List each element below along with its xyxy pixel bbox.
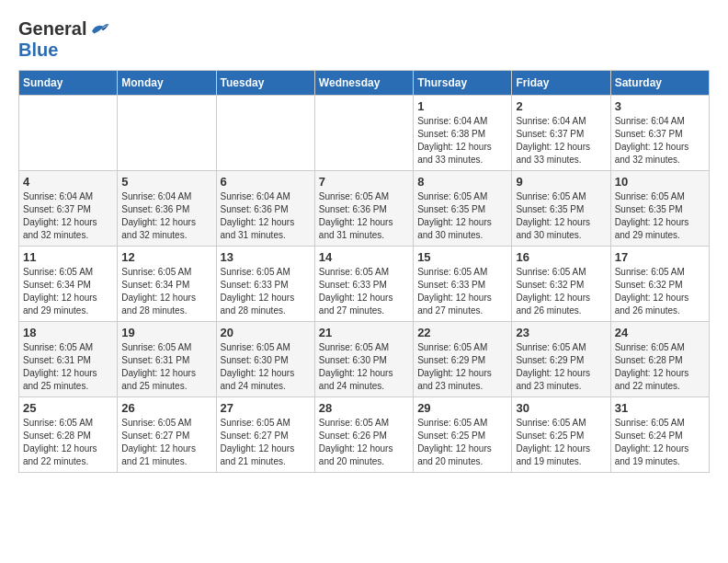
week-row-2: 4Sunrise: 6:04 AM Sunset: 6:37 PM Daylig…	[19, 171, 710, 247]
day-number: 1	[417, 99, 507, 113]
day-info: Sunrise: 6:04 AM Sunset: 6:36 PM Dayligh…	[221, 190, 311, 242]
day-number: 29	[417, 401, 507, 415]
day-number: 13	[221, 250, 311, 264]
day-cell: 29Sunrise: 6:05 AM Sunset: 6:25 PM Dayli…	[414, 397, 512, 473]
day-cell: 17Sunrise: 6:05 AM Sunset: 6:32 PM Dayli…	[610, 247, 709, 322]
day-number: 16	[516, 250, 606, 264]
day-cell: 12Sunrise: 6:05 AM Sunset: 6:34 PM Dayli…	[118, 247, 216, 322]
day-number: 31	[615, 401, 705, 415]
day-info: Sunrise: 6:05 AM Sunset: 6:35 PM Dayligh…	[516, 190, 606, 242]
day-cell: 3Sunrise: 6:04 AM Sunset: 6:37 PM Daylig…	[610, 96, 709, 171]
day-info: Sunrise: 6:04 AM Sunset: 6:36 PM Dayligh…	[121, 190, 211, 242]
day-number: 3	[615, 99, 705, 113]
logo-general-text: General	[18, 18, 110, 40]
day-info: Sunrise: 6:04 AM Sunset: 6:37 PM Dayligh…	[23, 190, 113, 242]
day-cell: 18Sunrise: 6:05 AM Sunset: 6:31 PM Dayli…	[19, 322, 118, 397]
day-info: Sunrise: 6:05 AM Sunset: 6:29 PM Dayligh…	[417, 341, 507, 393]
day-number: 25	[23, 401, 113, 415]
day-cell: 8Sunrise: 6:05 AM Sunset: 6:35 PM Daylig…	[414, 171, 512, 247]
day-number: 7	[319, 175, 409, 189]
day-cell: 31Sunrise: 6:05 AM Sunset: 6:24 PM Dayli…	[610, 397, 709, 473]
day-cell: 14Sunrise: 6:05 AM Sunset: 6:33 PM Dayli…	[314, 247, 413, 322]
day-cell	[216, 96, 314, 171]
day-cell: 21Sunrise: 6:05 AM Sunset: 6:30 PM Dayli…	[314, 322, 413, 397]
day-cell: 28Sunrise: 6:05 AM Sunset: 6:26 PM Dayli…	[314, 397, 413, 473]
page: General Blue SundayMondayTuesdayWednesda…	[0, 0, 728, 482]
day-info: Sunrise: 6:05 AM Sunset: 6:31 PM Dayligh…	[121, 341, 211, 393]
day-info: Sunrise: 6:05 AM Sunset: 6:32 PM Dayligh…	[516, 266, 606, 317]
header: General Blue	[18, 18, 710, 61]
day-info: Sunrise: 6:05 AM Sunset: 6:30 PM Dayligh…	[221, 341, 311, 393]
day-cell: 16Sunrise: 6:05 AM Sunset: 6:32 PM Dayli…	[512, 247, 610, 322]
day-info: Sunrise: 6:05 AM Sunset: 6:28 PM Dayligh…	[615, 341, 705, 393]
day-info: Sunrise: 6:05 AM Sunset: 6:34 PM Dayligh…	[121, 266, 211, 317]
day-cell: 7Sunrise: 6:05 AM Sunset: 6:36 PM Daylig…	[314, 171, 413, 247]
day-number: 14	[319, 250, 409, 264]
day-number: 21	[319, 326, 409, 339]
week-row-5: 25Sunrise: 6:05 AM Sunset: 6:28 PM Dayli…	[19, 397, 710, 473]
logo-bird-icon	[88, 20, 110, 39]
week-row-4: 18Sunrise: 6:05 AM Sunset: 6:31 PM Dayli…	[19, 322, 710, 397]
day-number: 26	[121, 401, 211, 415]
day-info: Sunrise: 6:05 AM Sunset: 6:36 PM Dayligh…	[319, 190, 409, 242]
day-number: 8	[417, 175, 507, 189]
day-number: 27	[221, 401, 311, 415]
day-cell: 24Sunrise: 6:05 AM Sunset: 6:28 PM Dayli…	[610, 322, 709, 397]
day-info: Sunrise: 6:04 AM Sunset: 6:37 PM Dayligh…	[615, 115, 705, 167]
day-number: 11	[23, 250, 113, 264]
week-row-1: 1Sunrise: 6:04 AM Sunset: 6:38 PM Daylig…	[19, 96, 710, 171]
week-row-3: 11Sunrise: 6:05 AM Sunset: 6:34 PM Dayli…	[19, 247, 710, 322]
day-info: Sunrise: 6:05 AM Sunset: 6:35 PM Dayligh…	[615, 190, 705, 242]
day-cell	[19, 96, 118, 171]
day-info: Sunrise: 6:05 AM Sunset: 6:28 PM Dayligh…	[23, 417, 113, 468]
day-number: 28	[319, 401, 409, 415]
day-number: 22	[417, 326, 507, 339]
day-info: Sunrise: 6:05 AM Sunset: 6:30 PM Dayligh…	[319, 341, 409, 393]
day-cell: 20Sunrise: 6:05 AM Sunset: 6:30 PM Dayli…	[216, 322, 314, 397]
day-number: 19	[121, 326, 211, 339]
day-info: Sunrise: 6:05 AM Sunset: 6:32 PM Dayligh…	[615, 266, 705, 317]
day-number: 15	[417, 250, 507, 264]
day-info: Sunrise: 6:04 AM Sunset: 6:38 PM Dayligh…	[417, 115, 507, 167]
day-number: 9	[516, 175, 606, 189]
weekday-header-sunday: Sunday	[19, 71, 118, 96]
day-cell: 23Sunrise: 6:05 AM Sunset: 6:29 PM Dayli…	[512, 322, 610, 397]
day-info: Sunrise: 6:05 AM Sunset: 6:33 PM Dayligh…	[417, 266, 507, 317]
day-number: 12	[121, 250, 211, 264]
day-cell: 30Sunrise: 6:05 AM Sunset: 6:25 PM Dayli…	[512, 397, 610, 473]
day-number: 18	[23, 326, 113, 339]
day-cell: 1Sunrise: 6:04 AM Sunset: 6:38 PM Daylig…	[414, 96, 512, 171]
day-cell: 5Sunrise: 6:04 AM Sunset: 6:36 PM Daylig…	[118, 171, 216, 247]
day-cell: 22Sunrise: 6:05 AM Sunset: 6:29 PM Dayli…	[414, 322, 512, 397]
day-cell	[314, 96, 413, 171]
day-cell: 9Sunrise: 6:05 AM Sunset: 6:35 PM Daylig…	[512, 171, 610, 247]
day-number: 4	[23, 175, 113, 189]
day-info: Sunrise: 6:05 AM Sunset: 6:31 PM Dayligh…	[23, 341, 113, 393]
day-number: 2	[516, 99, 606, 113]
day-cell: 26Sunrise: 6:05 AM Sunset: 6:27 PM Dayli…	[118, 397, 216, 473]
weekday-header-row: SundayMondayTuesdayWednesdayThursdayFrid…	[19, 71, 710, 96]
day-cell: 6Sunrise: 6:04 AM Sunset: 6:36 PM Daylig…	[216, 171, 314, 247]
day-cell: 4Sunrise: 6:04 AM Sunset: 6:37 PM Daylig…	[19, 171, 118, 247]
day-cell	[118, 96, 216, 171]
day-info: Sunrise: 6:05 AM Sunset: 6:34 PM Dayligh…	[23, 266, 113, 317]
day-number: 10	[615, 175, 705, 189]
day-info: Sunrise: 6:05 AM Sunset: 6:29 PM Dayligh…	[516, 341, 606, 393]
day-info: Sunrise: 6:05 AM Sunset: 6:24 PM Dayligh…	[615, 417, 705, 468]
day-info: Sunrise: 6:05 AM Sunset: 6:35 PM Dayligh…	[417, 190, 507, 242]
day-info: Sunrise: 6:05 AM Sunset: 6:26 PM Dayligh…	[319, 417, 409, 468]
day-info: Sunrise: 6:05 AM Sunset: 6:27 PM Dayligh…	[121, 417, 211, 468]
weekday-header-wednesday: Wednesday	[314, 71, 413, 96]
weekday-header-monday: Monday	[118, 71, 216, 96]
day-number: 17	[615, 250, 705, 264]
logo-general: General	[18, 18, 86, 40]
weekday-header-thursday: Thursday	[414, 71, 512, 96]
day-info: Sunrise: 6:05 AM Sunset: 6:33 PM Dayligh…	[319, 266, 409, 317]
calendar-table: SundayMondayTuesdayWednesdayThursdayFrid…	[18, 70, 710, 473]
day-cell: 27Sunrise: 6:05 AM Sunset: 6:27 PM Dayli…	[216, 397, 314, 473]
weekday-header-tuesday: Tuesday	[216, 71, 314, 96]
day-info: Sunrise: 6:05 AM Sunset: 6:25 PM Dayligh…	[417, 417, 507, 468]
day-cell: 10Sunrise: 6:05 AM Sunset: 6:35 PM Dayli…	[610, 171, 709, 247]
day-number: 20	[221, 326, 311, 339]
day-info: Sunrise: 6:04 AM Sunset: 6:37 PM Dayligh…	[516, 115, 606, 167]
